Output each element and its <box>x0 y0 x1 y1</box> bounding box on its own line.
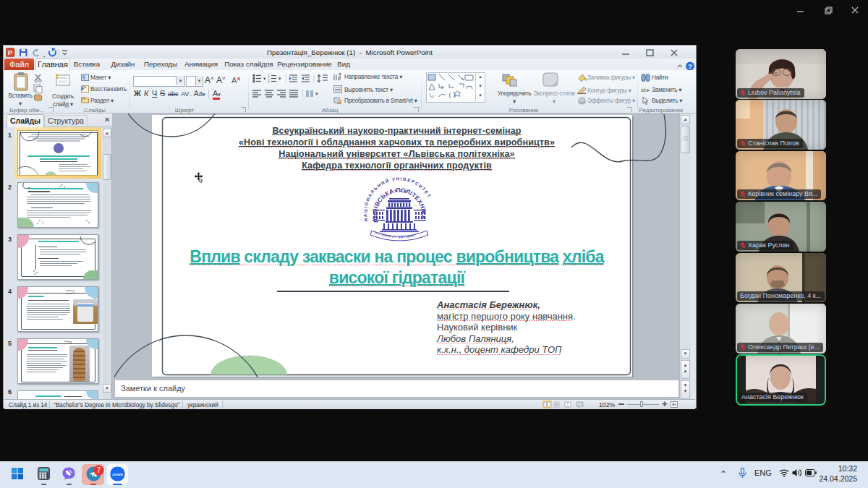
svg-text:▾: ▾ <box>263 76 266 81</box>
svg-text:P: P <box>8 48 13 56</box>
svg-text:ab: ab <box>641 87 647 93</box>
svg-text:2: 2 <box>268 79 270 83</box>
svg-text:▾: ▾ <box>315 91 318 96</box>
svg-text:1: 1 <box>268 74 270 78</box>
svg-text:▾: ▾ <box>278 76 281 81</box>
svg-text:?: ? <box>688 63 692 70</box>
svg-text:zoom: zoom <box>112 472 122 476</box>
svg-text:A: A <box>231 76 237 85</box>
svg-text:7: 7 <box>97 466 101 474</box>
